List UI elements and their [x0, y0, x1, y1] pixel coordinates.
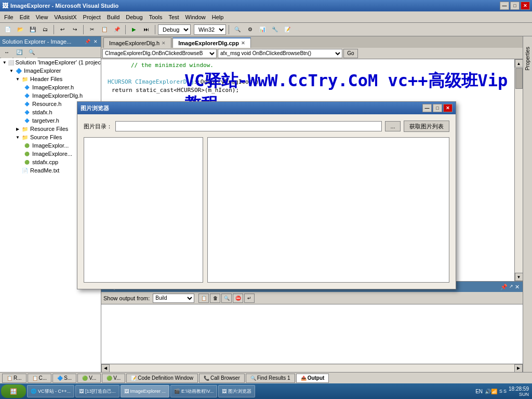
taskbar-btn-vc[interactable]: 🌐 VC驿站 - C++... — [27, 385, 74, 397]
go-button[interactable]: Go — [343, 49, 358, 58]
directory-input[interactable] — [115, 121, 382, 131]
debug-mode-dropdown[interactable]: Debug — [158, 24, 191, 35]
menu-window[interactable]: Window — [182, 11, 209, 22]
paste-btn[interactable]: 📌 — [111, 24, 123, 35]
menu-build[interactable]: Build — [104, 11, 123, 22]
undo-btn[interactable]: ↩ — [57, 24, 68, 35]
expand-icon[interactable]: ▼ — [2, 60, 7, 65]
btab-r[interactable]: 📋R... — [2, 374, 26, 383]
redo-btn[interactable]: ↪ — [69, 24, 81, 35]
close-button[interactable]: ✕ — [521, 2, 530, 10]
start-button[interactable]: 🪟 — [1, 384, 26, 398]
tab-0[interactable]: ImageExplorerDlg.h ✕ — [103, 37, 171, 48]
resource-expand-icon[interactable]: ▶ — [15, 127, 21, 131]
menu-tools[interactable]: Tools — [146, 11, 166, 22]
toolbar-btn7[interactable]: 📊 — [257, 24, 268, 35]
scroll-thumb[interactable] — [515, 68, 523, 89]
taskbar-btn-imgbrowser[interactable]: 🖼 图片浏览器 — [218, 385, 255, 397]
tab-1[interactable]: ImageExplorerDlg.cpp ✕ — [172, 37, 251, 48]
minimize-button[interactable]: — — [500, 2, 509, 10]
btab-v1[interactable]: 🟢V... — [77, 374, 101, 383]
list-button[interactable]: 获取图片列表 — [404, 121, 449, 132]
scroll-down-btn[interactable]: ▼ — [515, 273, 523, 281]
open-btn[interactable]: 📂 — [15, 24, 26, 35]
project-expand-icon[interactable]: ▼ — [8, 69, 15, 73]
run-btn[interactable]: ▶ — [128, 24, 140, 35]
dialog-close-btn[interactable]: ✕ — [443, 104, 453, 112]
menu-vassistx[interactable]: VAssistX — [51, 11, 79, 22]
platform-dropdown[interactable]: Win32 — [194, 24, 226, 35]
output-content[interactable] — [101, 304, 523, 364]
header-files-node[interactable]: ▼ 📁 Header Files — [0, 75, 101, 83]
solution-refresh-btn[interactable]: 🔄 — [14, 47, 25, 58]
new-btn[interactable]: 📄 — [2, 24, 14, 35]
dialog-title: 图片浏览器 — [81, 104, 109, 112]
dialog-list-panel[interactable] — [84, 137, 203, 283]
tab-close-0[interactable]: ✕ — [162, 41, 166, 46]
output-source-dropdown[interactable]: Build — [153, 294, 194, 303]
dialog-maximize-btn[interactable]: □ — [433, 104, 442, 112]
dialog-minimize-btn[interactable]: — — [422, 104, 432, 112]
properties-label[interactable]: Properties — [525, 47, 530, 71]
menu-debug[interactable]: Debug — [123, 11, 145, 22]
list-item[interactable]: 🔷 ImageExplorer.h — [0, 83, 101, 91]
taskbar-btn-anim[interactable]: 🎬 E:\动画教程\V... — [170, 385, 217, 397]
panel-close-btn[interactable]: ✕ — [92, 39, 99, 44]
menu-view[interactable]: View — [33, 11, 51, 22]
output-pin-btn[interactable]: 📌 — [500, 284, 508, 290]
taskbar-btn-imgexplorer[interactable]: 🖼 ImageExplorer ... — [121, 385, 170, 397]
dialog-preview-panel[interactable] — [207, 137, 449, 283]
output-copy-btn[interactable]: 📋 — [198, 294, 209, 303]
maximize-button[interactable]: □ — [510, 2, 520, 10]
source-expand-icon[interactable]: ▼ — [15, 135, 21, 140]
menu-test[interactable]: Test — [165, 11, 182, 22]
menu-edit[interactable]: Edit — [17, 11, 33, 22]
method-dropdown[interactable]: afx_msg void OnBnClickedBrowseBtn() — [218, 49, 342, 58]
hscroll-track[interactable] — [110, 365, 514, 372]
search-btn[interactable]: 🔍 — [232, 24, 243, 35]
menu-help[interactable]: Help — [209, 11, 227, 22]
solution-sync-btn[interactable]: ↔ — [1, 47, 12, 58]
btab-output[interactable]: 📤Output — [296, 374, 329, 383]
header-expand-icon[interactable]: ▼ — [15, 77, 21, 82]
output-find-btn[interactable]: 🔍 — [221, 294, 232, 303]
project-node[interactable]: ▼ 🔷 ImageExplorer — [0, 66, 101, 75]
toolbar-btn9[interactable]: 📝 — [282, 24, 293, 35]
output-word-wrap-btn[interactable]: ↵ — [244, 294, 255, 303]
browse-button[interactable]: ... — [385, 121, 401, 131]
btab-callbrowser[interactable]: 📞Call Browser — [199, 374, 245, 383]
output-float-btn[interactable]: ↗ — [509, 284, 513, 290]
scroll-track[interactable] — [515, 68, 523, 273]
class-dropdown[interactable]: CImageExplorerDlg.OnBnClickedBrowseB — [102, 49, 217, 58]
output-close-btn[interactable]: ✕ — [515, 284, 520, 290]
taskbar-btn-13[interactable]: 🖼 [13]打造自己... — [75, 385, 119, 397]
btab-findresults[interactable]: 🔍Find Results 1 — [246, 374, 295, 383]
clock: 18:28:59 SUN — [509, 386, 529, 397]
output-stop-btn[interactable]: ⛔ — [233, 294, 243, 303]
save-btn[interactable]: 💾 — [27, 24, 38, 35]
vertical-scrollbar[interactable]: ▲ ▼ — [514, 59, 523, 281]
menu-file[interactable]: File — [1, 11, 17, 22]
copy-btn[interactable]: 📋 — [99, 24, 110, 35]
hscroll-right-btn[interactable]: ▶ — [514, 364, 523, 373]
cut-btn[interactable]: ✂ — [86, 24, 98, 35]
step-btn[interactable]: ⏭ — [141, 24, 152, 35]
scroll-up-btn[interactable]: ▲ — [515, 59, 523, 68]
solution-search-btn[interactable]: 🔍 — [26, 47, 37, 58]
hscroll-left-btn[interactable]: ◀ — [101, 364, 110, 373]
taskbar-label-anim: E:\动画教程\V... — [181, 388, 214, 395]
date: SUN — [509, 392, 529, 397]
btab-c[interactable]: 📋C... — [28, 374, 52, 383]
solution-node[interactable]: ▼ ⬜ Solution 'ImageExplorer' (1 projec — [0, 58, 101, 66]
btab-s[interactable]: 🔷S... — [52, 374, 76, 383]
tab-close-1[interactable]: ✕ — [241, 41, 245, 46]
save-all-btn[interactable]: 🗂 — [39, 24, 51, 35]
btab-v2[interactable]: 🟢V... — [102, 374, 125, 383]
btab-codedef[interactable]: 📝Code Definition Window — [126, 374, 198, 383]
toolbar-btn8[interactable]: 🔧 — [269, 24, 281, 35]
menu-project[interactable]: Project — [80, 11, 104, 22]
output-clear-btn[interactable]: 🗑 — [210, 294, 220, 303]
panel-pin-btn[interactable]: 📌 — [84, 39, 91, 44]
toolbar-btn6[interactable]: ⚙ — [244, 24, 256, 35]
list-item[interactable]: 🔷 ImageExplorerDlg.h — [0, 91, 101, 100]
